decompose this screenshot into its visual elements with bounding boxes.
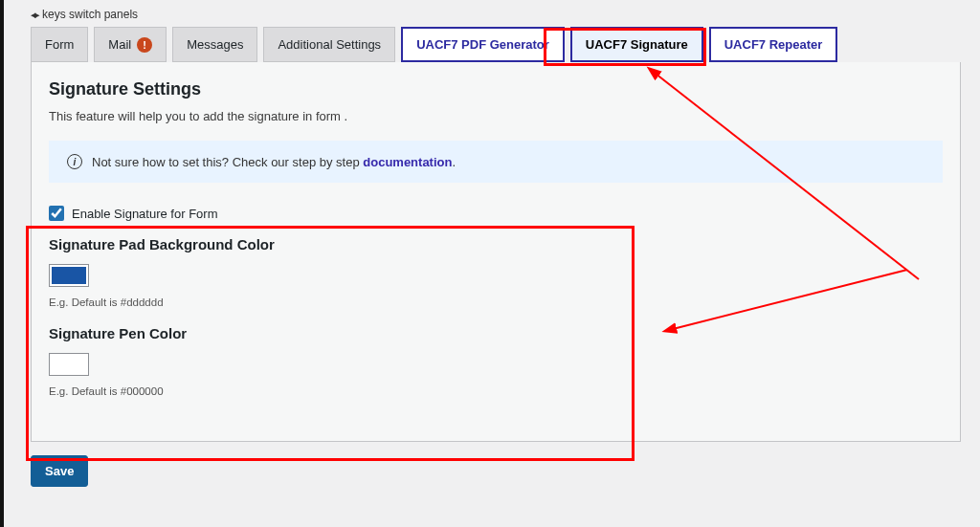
bg-color-hint: E.g. Default is #dddddd	[49, 296, 943, 308]
bg-color-preview	[52, 267, 86, 284]
tabs-row: FormMail!MessagesAdditional SettingsUACF…	[31, 27, 961, 62]
tab-mail[interactable]: Mail!	[94, 27, 167, 62]
page-title: Signature Settings	[49, 79, 943, 99]
settings-panel: Signature Settings This feature will hel…	[31, 62, 961, 442]
tab-mail-label: Mail	[108, 37, 131, 52]
tab-uacf7-pdf-generator[interactable]: UACF7 PDF Generator	[401, 27, 565, 62]
settings-block: Enable Signature for Form Signature Pad …	[49, 202, 943, 418]
notice-prefix: Not sure how to set this? Check our step…	[92, 155, 363, 169]
warning-badge-icon: !	[137, 37, 152, 53]
tab-uacf7-pdf-generator-label: UACF7 PDF Generator	[416, 37, 549, 52]
tab-messages[interactable]: Messages	[172, 27, 257, 62]
enable-signature-row: Enable Signature for Form	[49, 206, 943, 221]
notice-suffix: .	[452, 155, 456, 169]
save-button[interactable]: Save	[31, 455, 88, 487]
tab-uacf7-repeater[interactable]: UACF7 Repeater	[709, 27, 838, 62]
tab-uacf7-signature-label: UACF7 Signature	[586, 37, 688, 52]
enable-signature-checkbox[interactable]	[49, 206, 64, 221]
info-icon: i	[67, 154, 82, 169]
notice-text: Not sure how to set this? Check our step…	[92, 155, 456, 169]
panel-switch-hint: ◂▸ keys switch panels	[31, 8, 961, 21]
pen-color-swatch[interactable]	[49, 353, 89, 376]
bg-color-title: Signature Pad Background Color	[49, 236, 943, 253]
info-notice: i Not sure how to set this? Check our st…	[49, 141, 943, 183]
tab-uacf7-repeater-label: UACF7 Repeater	[724, 37, 823, 52]
page-description: This feature will help you to add the si…	[49, 109, 943, 123]
enable-signature-label[interactable]: Enable Signature for Form	[72, 207, 217, 221]
tab-uacf7-signature[interactable]: UACF7 Signature	[570, 27, 703, 62]
pen-color-hint: E.g. Default is #000000	[49, 385, 943, 397]
left-right-arrows-icon: ◂▸	[31, 9, 38, 21]
panel-hint-text: keys switch panels	[42, 8, 138, 21]
tab-additional-settings[interactable]: Additional Settings	[263, 27, 395, 62]
tab-form[interactable]: Form	[31, 27, 88, 62]
tab-additional-settings-label: Additional Settings	[278, 37, 381, 52]
pen-color-preview	[52, 356, 86, 373]
documentation-link[interactable]: documentation	[363, 155, 452, 169]
bg-color-swatch[interactable]	[49, 264, 89, 287]
tab-form-label: Form	[45, 37, 74, 52]
tab-messages-label: Messages	[187, 37, 243, 52]
pen-color-title: Signature Pen Color	[49, 325, 943, 341]
